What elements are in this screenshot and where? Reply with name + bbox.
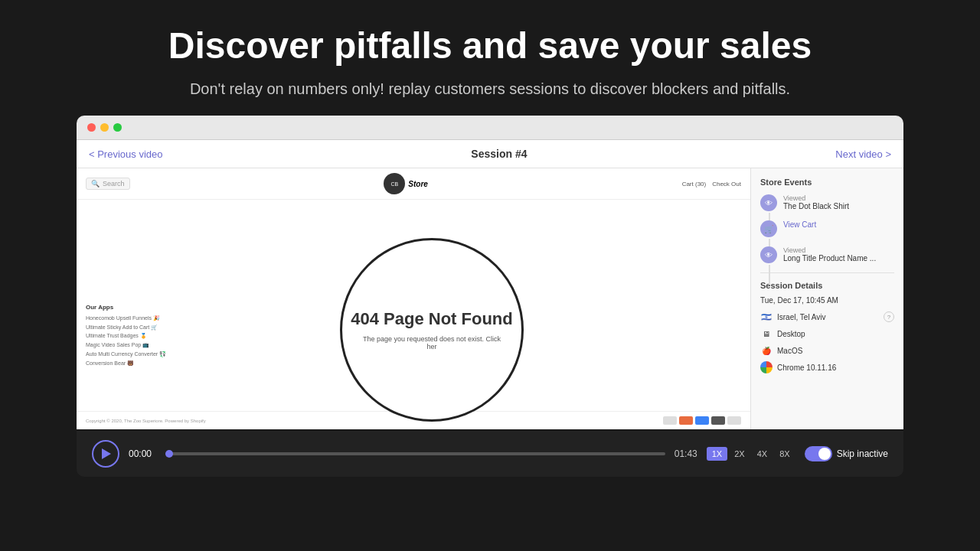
toggle-knob [818, 448, 831, 460]
event-text-2: View Cart [783, 220, 816, 229]
session-details-title: Session Details [760, 281, 894, 290]
event-item-2: 🛒 View Cart [760, 220, 894, 237]
browser-viewport: 🔍 Search CB Store Cart (30) Check Out [77, 168, 750, 429]
event-label-3: Viewed [783, 246, 876, 254]
chrome-icon [760, 361, 773, 373]
event-icon-view-1: 👁 [760, 194, 777, 211]
demo-window: < Previous video Session #4 Next video >… [77, 116, 903, 477]
app-item: Ultimate Trust Badges 🏅 [86, 331, 166, 341]
app-item: Auto Multi Currency Converter 💱 [86, 350, 166, 359]
page-subtitle: Don't relay on numbers only! replay cust… [168, 77, 812, 100]
speed-1x[interactable]: 1X [707, 447, 727, 461]
payment-icons [663, 416, 741, 425]
play-button[interactable] [92, 440, 119, 468]
event-label-1: Viewed [783, 194, 849, 202]
error-desc: The page you requested does not exist. C… [342, 335, 521, 350]
speed-2x[interactable]: 2X [729, 447, 750, 461]
footer-copy: Copyright © 2020, The Zoo Superiore. Pow… [86, 419, 206, 423]
payment-icon-1 [663, 416, 677, 425]
apps-title: Our Apps [86, 304, 166, 311]
browser-chrome [77, 116, 903, 140]
speed-4x[interactable]: 4X [752, 447, 773, 461]
app-item: Conversion Bear 🐻 [86, 359, 166, 368]
logo-icon: CB [384, 173, 405, 194]
time-total: 01:43 [675, 448, 697, 459]
payment-icon-3 [695, 416, 709, 425]
speed-controls: 1X 2X 4X 8X [707, 447, 795, 461]
detail-browser: Chrome 10.11.16 [760, 361, 894, 373]
event-icon-cart: 🛒 [760, 220, 777, 237]
progress-bar[interactable] [165, 452, 665, 455]
browser-text: Chrome 10.11.16 [777, 364, 836, 372]
content-area: 🔍 Search CB Store Cart (30) Check Out [77, 168, 903, 429]
apps-sidebar: Our Apps Honecomob Upsell Funnels 🎉Ultim… [86, 304, 166, 368]
time-current: 00:00 [129, 448, 156, 459]
site-search: 🔍 Search [86, 178, 130, 190]
event-text-1: Viewed The Dot Black Shirt [783, 194, 849, 210]
apps-list: Honecomob Upsell Funnels 🎉Ultimate Stick… [86, 314, 166, 368]
divider [760, 272, 894, 273]
checkout-link: Check Out [712, 181, 741, 187]
payment-icon-2 [679, 416, 693, 425]
search-icon: 🔍 [91, 180, 100, 187]
device-text: Desktop [777, 330, 805, 338]
skip-label: Skip inactive [837, 448, 888, 459]
desktop-icon: 🖥 [760, 328, 773, 340]
app-item: Honecomob Upsell Funnels 🎉 [86, 314, 166, 323]
event-icon-view-2: 👁 [760, 246, 777, 263]
payment-icon-5 [727, 416, 741, 425]
site-header: 🔍 Search CB Store Cart (30) Check Out [77, 168, 750, 200]
error-title: 404 Page Not Found [351, 309, 512, 329]
payment-icon-4 [711, 416, 725, 425]
detail-location: 🇮🇱 Israel, Tel Aviv ? [760, 311, 894, 323]
event-name-3: Long Title Product Name ... [783, 254, 876, 262]
location-text: Israel, Tel Aviv [777, 313, 826, 321]
session-datetime: Tue, Dec 17, 10:45 AM [760, 296, 894, 305]
event-item-3: 👁 Viewed Long Title Product Name ... [760, 246, 894, 263]
app-item: Magic Video Sales Pop 📺 [86, 341, 166, 350]
speed-8x[interactable]: 8X [774, 447, 795, 461]
site-nav-right: Cart (30) Check Out [682, 181, 741, 187]
browser-window: < Previous video Session #4 Next video >… [77, 116, 903, 477]
detail-device: 🖥 Desktop [760, 328, 894, 340]
flag-icon: 🇮🇱 [760, 311, 773, 323]
next-video-link[interactable]: Next video > [835, 148, 891, 160]
event-name-1: The Dot Black Shirt [783, 202, 849, 210]
error-circle: 404 Page Not Found The page you requeste… [340, 238, 524, 422]
event-item-1: 👁 Viewed The Dot Black Shirt [760, 194, 894, 211]
skip-inactive-toggle[interactable]: Skip inactive [805, 446, 888, 461]
apple-icon: 🍎 [760, 344, 773, 357]
event-text-3: Viewed Long Title Product Name ... [783, 246, 876, 262]
player-bar: 00:00 01:43 1X 2X 4X 8X Skip inactive [77, 431, 903, 477]
session-nav: < Previous video Session #4 Next video > [77, 140, 903, 168]
minimize-dot [100, 123, 109, 132]
search-text: Search [103, 180, 125, 187]
os-text: MacOS [777, 347, 802, 355]
logo-text: Store [408, 180, 428, 188]
prev-video-link[interactable]: < Previous video [89, 148, 162, 160]
svg-marker-0 [102, 448, 111, 459]
session-title: Session #4 [471, 148, 527, 160]
play-icon [102, 448, 111, 459]
help-icon[interactable]: ? [884, 311, 894, 322]
cart-link: Cart (30) [682, 181, 707, 187]
page-header: Discover pitfalls and save your sales Do… [153, 0, 827, 116]
fullscreen-dot [113, 123, 122, 132]
page-title: Discover pitfalls and save your sales [168, 24, 812, 67]
progress-indicator [165, 450, 173, 458]
close-dot [87, 123, 96, 132]
right-panel: Store Events 👁 Viewed The Dot Black Shir… [750, 168, 903, 429]
site-body: 404 Page Not Found The page you requeste… [77, 200, 750, 429]
detail-os: 🍎 MacOS [760, 344, 894, 357]
site-logo: CB Store [384, 173, 428, 194]
toggle-switch[interactable] [805, 446, 832, 461]
store-events-title: Store Events [760, 178, 894, 187]
app-item: Ultimate Sticky Add to Cart 🛒 [86, 323, 166, 332]
event-name-cart[interactable]: View Cart [783, 220, 816, 229]
